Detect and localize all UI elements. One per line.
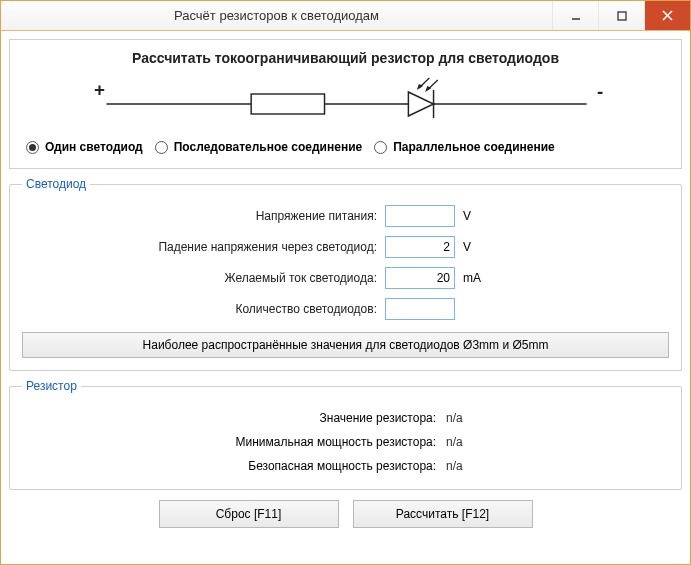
row-led-current: Желаемый ток светодиода: mA (22, 267, 669, 289)
row-safe-power: Безопасная мощность резистора: n/a (22, 459, 669, 473)
mode-single[interactable]: Один светодиод (22, 138, 147, 156)
unit-label: V (463, 240, 491, 254)
circuit-diagram: + - (52, 76, 639, 130)
svg-rect-1 (618, 12, 626, 20)
titlebar: Расчёт резисторов к светодиодам (1, 1, 690, 31)
forward-voltage-input[interactable] (385, 236, 455, 258)
mode-radio-group: Один светодиод Последовательное соединен… (22, 138, 669, 156)
common-values-button[interactable]: Наиболее распространённые значения для с… (22, 332, 669, 358)
led-group: Светодиод Напряжение питания: V Падение … (9, 177, 682, 371)
resistor-group-legend: Резистор (22, 379, 81, 393)
result-value: n/a (446, 435, 669, 449)
result-label: Значение резистора: (22, 411, 436, 425)
window-controls (552, 1, 690, 30)
radio-label: Один светодиод (45, 140, 143, 154)
result-value: n/a (446, 411, 669, 425)
client-area: Рассчитать токоограничивающий резистор д… (1, 31, 690, 564)
app-window: Расчёт резисторов к светодиодам Рассчита… (0, 0, 691, 565)
result-label: Безопасная мощность резистора: (22, 459, 436, 473)
supply-voltage-input[interactable] (385, 205, 455, 227)
main-panel: Рассчитать токоограничивающий резистор д… (9, 39, 682, 169)
svg-marker-6 (408, 92, 433, 116)
led-icon (408, 78, 437, 118)
unit-label: V (463, 209, 491, 223)
row-led-count: Количество светодиодов: (22, 298, 669, 320)
plus-symbol: + (94, 79, 105, 99)
field-label: Количество светодиодов: (22, 302, 377, 316)
close-button[interactable] (644, 1, 690, 30)
calculate-button[interactable]: Рассчитать [F12] (353, 500, 533, 528)
window-title: Расчёт резисторов к светодиодам (1, 8, 552, 23)
resistor-icon (251, 94, 324, 114)
field-label: Желаемый ток светодиода: (22, 271, 377, 285)
unit-label: mA (463, 271, 491, 285)
led-current-input[interactable] (385, 267, 455, 289)
close-icon (662, 10, 673, 21)
minus-symbol: - (597, 81, 603, 101)
result-label: Минимальная мощность резистора: (22, 435, 436, 449)
mode-series[interactable]: Последовательное соединение (151, 138, 366, 156)
resistor-group: Резистор Значение резистора: n/a Минимал… (9, 379, 682, 490)
led-group-legend: Светодиод (22, 177, 90, 191)
field-label: Падение напряжения через светодиод: (22, 240, 377, 254)
radio-icon (374, 141, 387, 154)
row-resistor-value: Значение резистора: n/a (22, 411, 669, 425)
minimize-button[interactable] (552, 1, 598, 30)
row-min-power: Минимальная мощность резистора: n/a (22, 435, 669, 449)
field-label: Напряжение питания: (22, 209, 377, 223)
panel-heading: Рассчитать токоограничивающий резистор д… (22, 50, 669, 66)
led-count-input[interactable] (385, 298, 455, 320)
row-supply-voltage: Напряжение питания: V (22, 205, 669, 227)
row-forward-voltage: Падение напряжения через светодиод: V (22, 236, 669, 258)
minimize-icon (571, 11, 581, 21)
radio-label: Параллельное соединение (393, 140, 555, 154)
maximize-button[interactable] (598, 1, 644, 30)
radio-icon (26, 141, 39, 154)
reset-button[interactable]: Сброс [F11] (159, 500, 339, 528)
maximize-icon (617, 11, 627, 21)
action-buttons: Сброс [F11] Рассчитать [F12] (9, 500, 682, 532)
radio-label: Последовательное соединение (174, 140, 362, 154)
mode-parallel[interactable]: Параллельное соединение (370, 138, 559, 156)
result-value: n/a (446, 459, 669, 473)
radio-icon (155, 141, 168, 154)
